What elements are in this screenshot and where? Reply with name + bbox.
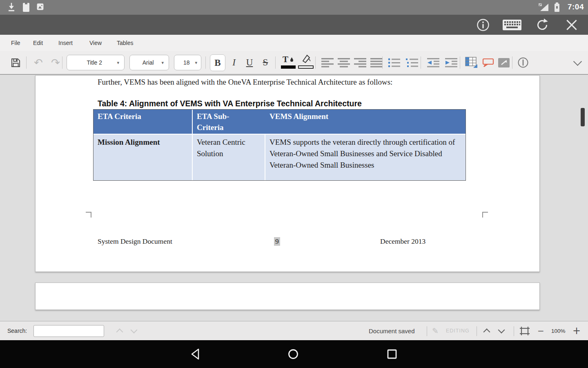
- insert-image-button[interactable]: [497, 51, 511, 74]
- footer-page-number-field[interactable]: 9: [274, 237, 280, 246]
- search-status-bar: Search: Document saved ✎ EDITING − 100% …: [0, 321, 588, 340]
- chevron-down-icon: ▾: [161, 60, 164, 65]
- decrease-indent-button[interactable]: [425, 51, 441, 74]
- font-family-dropdown[interactable]: Arial ▾: [129, 55, 169, 70]
- recents-button[interactable]: [385, 348, 399, 361]
- menu-file[interactable]: File: [11, 35, 20, 51]
- android-status-bar: 7:04: [0, 0, 588, 15]
- table-header-cell[interactable]: ETA Criteria: [94, 110, 193, 134]
- insert-table-button[interactable]: [464, 51, 479, 74]
- page-up-button[interactable]: [484, 321, 489, 340]
- zoom-out-button[interactable]: −: [537, 321, 544, 340]
- increase-indent-button[interactable]: [443, 51, 459, 74]
- menu-bar: File Edit Insert View Tables: [0, 35, 588, 51]
- comment-button[interactable]: [481, 51, 496, 74]
- zoom-in-button[interactable]: +: [572, 321, 581, 340]
- table-cell[interactable]: Veteran Centric Solution: [193, 135, 265, 180]
- align-left-button[interactable]: [321, 51, 334, 74]
- back-triangle-icon: [190, 348, 200, 360]
- search-label: Search:: [7, 321, 27, 340]
- menu-insert[interactable]: Insert: [58, 35, 73, 51]
- screenshot-notification-icon: [37, 3, 44, 12]
- formatting-marks-button[interactable]: [516, 51, 530, 74]
- chevron-down-icon: [573, 57, 581, 65]
- chevron-up-icon: [116, 328, 123, 335]
- document-paragraph[interactable]: Further, VEMS has been aligned with the …: [98, 78, 479, 87]
- table-row: Mission Alignment Veteran Centric Soluti…: [94, 135, 466, 180]
- document-page-2[interactable]: [35, 283, 540, 310]
- table-header-cell[interactable]: VEMS Alignment: [265, 110, 466, 134]
- back-button[interactable]: [189, 348, 202, 361]
- zoom-level-value: 100%: [551, 321, 566, 340]
- search-next-button[interactable]: [131, 321, 136, 340]
- multilevel-list-button[interactable]: [405, 51, 419, 74]
- undo-button[interactable]: ↶: [31, 51, 46, 74]
- ink-drop-icon: [290, 57, 294, 62]
- divider: [315, 56, 316, 69]
- close-icon[interactable]: [563, 15, 581, 35]
- recents-square-icon: [386, 348, 398, 360]
- divider: [26, 56, 27, 69]
- chevron-up-icon: [483, 328, 490, 335]
- paragraph-style-dropdown[interactable]: Title 2 ▾: [67, 55, 125, 70]
- table-cell[interactable]: VEMS supports the veteran directly throu…: [265, 135, 466, 180]
- bullet-list-button[interactable]: [387, 51, 401, 74]
- menu-edit[interactable]: Edit: [33, 35, 43, 51]
- font-family-value: Arial: [135, 59, 161, 66]
- fit-page-button[interactable]: [519, 321, 530, 340]
- clock-time: 7:04: [568, 2, 584, 11]
- pencil-icon: ✎: [432, 321, 439, 340]
- align-center-button[interactable]: [337, 51, 350, 74]
- refresh-button[interactable]: [533, 15, 551, 35]
- divider: [514, 326, 514, 336]
- collapse-toolbar-button[interactable]: [570, 51, 585, 74]
- footer-margin-mark-left: [86, 212, 91, 218]
- android-navigation-bar: [0, 340, 588, 368]
- footer-date[interactable]: December 2013: [380, 237, 425, 246]
- font-size-dropdown[interactable]: 18 ▾: [174, 55, 201, 70]
- paragraph-style-value: Title 2: [72, 59, 117, 66]
- chevron-down-icon: ▾: [117, 60, 119, 65]
- search-input[interactable]: [33, 325, 104, 337]
- home-circle-icon: [287, 348, 299, 360]
- editing-mode-toggle[interactable]: EDITING: [446, 321, 470, 340]
- table-cell[interactable]: Mission Alignment: [94, 135, 193, 180]
- align-justify-button[interactable]: [370, 51, 383, 74]
- redo-button[interactable]: ↷: [48, 51, 63, 74]
- divider: [275, 56, 276, 69]
- bold-button[interactable]: B: [210, 54, 225, 71]
- divider: [382, 56, 383, 69]
- menu-tables[interactable]: Tables: [117, 35, 133, 51]
- divider: [477, 326, 477, 336]
- footer-margin-mark-right: [482, 212, 488, 218]
- formatting-toolbar: ↶ ↷ Title 2 ▾ Arial ▾ 18 ▾ B I U S T: [0, 51, 588, 74]
- footer-document-title[interactable]: System Design Document: [98, 237, 172, 246]
- chevron-down-icon: [131, 326, 138, 333]
- highlight-color-button[interactable]: [298, 51, 314, 74]
- underline-button[interactable]: U: [243, 51, 256, 74]
- text-color-button[interactable]: T: [281, 51, 296, 74]
- strikethrough-button[interactable]: S: [259, 51, 272, 74]
- vertical-scrollbar-thumb[interactable]: [581, 108, 585, 126]
- divider: [421, 56, 421, 69]
- clipboard-notification-icon: [22, 2, 30, 14]
- chevron-down-icon: [498, 326, 505, 333]
- search-previous-button[interactable]: [117, 321, 122, 340]
- save-button[interactable]: [9, 51, 22, 74]
- save-status-text: Document saved: [369, 321, 415, 340]
- font-size-value: 18: [178, 59, 195, 66]
- app-toolbar: [0, 15, 588, 35]
- table-caption[interactable]: Table 4: Alignment of VEMS with VA Enter…: [98, 99, 362, 108]
- chevron-down-icon: ▾: [195, 60, 197, 65]
- document-table: ETA Criteria ETA Sub-Criteria VEMS Align…: [93, 109, 466, 181]
- document-page-1[interactable]: Further, VEMS has been aligned with the …: [35, 75, 540, 272]
- table-header-cell[interactable]: ETA Sub-Criteria: [193, 110, 265, 134]
- menu-view[interactable]: View: [89, 35, 102, 51]
- home-button[interactable]: [287, 348, 300, 361]
- italic-button[interactable]: I: [228, 51, 240, 74]
- page-down-button[interactable]: [499, 321, 504, 340]
- keyboard-toggle-button[interactable]: [501, 15, 523, 35]
- align-right-button[interactable]: [354, 51, 367, 74]
- info-button[interactable]: [475, 15, 491, 35]
- divider: [460, 56, 460, 69]
